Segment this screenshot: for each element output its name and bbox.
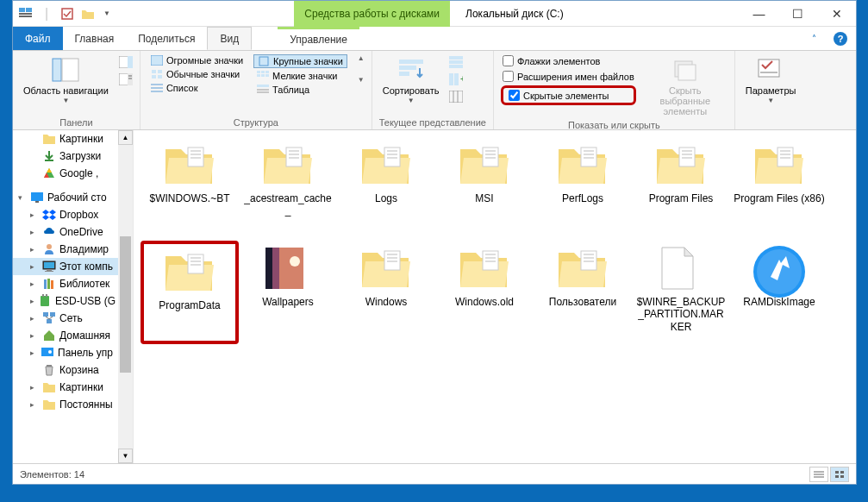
options-button[interactable]: Параметры ▼: [742, 54, 800, 107]
folder-item[interactable]: Windows: [337, 241, 435, 344]
expand-icon[interactable]: ▸: [30, 348, 37, 357]
tree-item-this-pc[interactable]: ▸Этот компь: [13, 258, 118, 275]
ribbon-collapse-button[interactable]: ˄: [803, 27, 825, 50]
layout-scroll-up-icon[interactable]: ▲: [358, 54, 365, 62]
layout-scroll-down-icon[interactable]: ▼: [358, 76, 365, 84]
navigation-pane-button[interactable]: Область навигации ▼: [20, 54, 112, 107]
hidden-items-toggle[interactable]: Скрытые элементы: [507, 89, 630, 102]
scroll-thumb[interactable]: [120, 236, 131, 373]
expand-icon[interactable]: ▸: [30, 262, 39, 271]
close-button[interactable]: ✕: [817, 1, 856, 27]
folder-icon: [653, 244, 709, 292]
folder-item[interactable]: Пользователи: [534, 241, 632, 344]
scroll-down-icon[interactable]: ▼: [118, 449, 133, 463]
folder-item[interactable]: _acestream_cache_: [239, 137, 337, 241]
expand-icon[interactable]: ▸: [30, 228, 39, 236]
sort-button[interactable]: Сортировать ▼: [379, 54, 443, 107]
hide-selected-button[interactable]: Скрыть выбранные элементы: [643, 54, 727, 118]
details-pane-icon[interactable]: [119, 73, 133, 85]
tab-manage[interactable]: Управление: [278, 27, 359, 50]
tree-item-pictures2[interactable]: ▸Картинки: [13, 379, 118, 396]
tab-home[interactable]: Главная: [63, 27, 127, 50]
tree-item-libraries[interactable]: ▸Библиотек: [13, 275, 118, 292]
tree-item-control-panel[interactable]: ▸Панель упр: [13, 344, 118, 361]
folder-item[interactable]: Wallpapers: [239, 241, 337, 344]
expand-icon[interactable]: ▸: [30, 400, 39, 409]
svg-rect-66: [47, 319, 52, 323]
system-icon[interactable]: [18, 6, 34, 22]
large-icons-button[interactable]: Крупные значки: [253, 54, 347, 68]
ribbon-group-panes: Область навигации ▼ Панели: [13, 51, 141, 129]
folder-label: Windows.old: [455, 296, 514, 308]
expand-icon[interactable]: ▸: [30, 383, 39, 392]
svg-rect-88: [581, 147, 596, 166]
tab-view[interactable]: Вид: [207, 27, 252, 50]
tree-item-onedrive[interactable]: ▸OneDrive: [13, 223, 118, 241]
folder-item[interactable]: Program Files (x86): [730, 137, 828, 241]
expand-icon[interactable]: ▸: [30, 210, 39, 219]
folder-item[interactable]: Logs: [337, 137, 435, 241]
size-columns-icon[interactable]: [449, 91, 463, 103]
properties-icon[interactable]: [59, 6, 75, 22]
folder-item[interactable]: MSI: [435, 137, 534, 241]
tree-item-homegroup[interactable]: ▸Домашняя: [13, 327, 118, 344]
svg-rect-63: [46, 294, 47, 297]
svg-rect-40: [449, 91, 463, 103]
folder-label: PerfLogs: [562, 192, 603, 204]
scroll-up-icon[interactable]: ▲: [118, 130, 133, 145]
sidebar-scrollbar[interactable]: ▲ ▼: [118, 130, 133, 463]
details-button[interactable]: Таблица: [253, 84, 347, 96]
add-columns-icon[interactable]: +: [449, 73, 463, 85]
tree-item-recycle[interactable]: Корзина: [13, 361, 118, 379]
folder-item[interactable]: ProgramData: [141, 241, 239, 344]
svg-rect-22: [257, 71, 260, 73]
icons-view-button[interactable]: [830, 467, 849, 482]
folder-item[interactable]: RAMDiskImage: [730, 241, 828, 344]
tree-item-downloads[interactable]: Загрузки: [13, 147, 118, 165]
group-by-icon[interactable]: [449, 56, 463, 68]
tree-item-esd[interactable]: ▸ESD-USB (G: [13, 292, 118, 310]
expand-icon[interactable]: ▸: [30, 297, 34, 305]
details-view-button[interactable]: [809, 467, 828, 482]
huge-icons-button[interactable]: Огромные значки: [147, 54, 247, 66]
folder-item[interactable]: PerfLogs: [534, 137, 632, 241]
preview-pane-icon[interactable]: [119, 56, 133, 68]
item-checkboxes-toggle[interactable]: Флажки элементов: [501, 54, 636, 67]
minimize-button[interactable]: —: [740, 1, 778, 27]
folder-label: Program Files: [649, 192, 714, 204]
svg-rect-8: [128, 56, 133, 68]
tree-item-user[interactable]: ▸Владимир: [13, 241, 118, 258]
expand-icon[interactable]: ▸: [30, 279, 39, 288]
expand-icon[interactable]: ▸: [30, 245, 39, 254]
expand-icon[interactable]: ▸: [30, 331, 39, 340]
list-button[interactable]: Список: [147, 82, 247, 94]
tree-item-google[interactable]: Google ,: [13, 165, 118, 182]
folder-item[interactable]: $WINDOWS.~BT: [141, 137, 239, 241]
folder-icon: [359, 244, 414, 292]
tree-item-permanent[interactable]: ▸Постоянны: [13, 396, 118, 413]
new-folder-icon[interactable]: [80, 6, 96, 22]
file-extensions-toggle[interactable]: Расширения имен файлов: [501, 70, 636, 83]
maximize-button[interactable]: ☐: [778, 1, 817, 27]
tree-item-pictures[interactable]: Картинки: [13, 130, 118, 147]
qat-dropdown-icon[interactable]: ▼: [101, 9, 113, 17]
folder-content[interactable]: $WINDOWS.~BT_acestream_cache_LogsMSIPerf…: [134, 130, 856, 463]
tab-share[interactable]: Поделиться: [126, 27, 207, 50]
svg-rect-52: [35, 201, 39, 203]
navigation-tree[interactable]: Картинки Загрузки Google , ▾Рабочий сто …: [13, 130, 134, 463]
folder-item[interactable]: $WINRE_BACKUP_PARTITION.MARKER: [632, 241, 730, 344]
help-button[interactable]: ?: [825, 27, 856, 50]
tree-item-dropbox[interactable]: ▸Dropbox: [13, 206, 118, 223]
expand-icon[interactable]: ▸: [30, 314, 39, 323]
tab-file[interactable]: Файл: [13, 27, 63, 50]
folder-item[interactable]: Windows.old: [435, 241, 534, 344]
small-icons-button[interactable]: Мелкие значки: [253, 70, 347, 82]
folder-icon: [260, 141, 315, 189]
folder-item[interactable]: Program Files: [632, 137, 730, 241]
svg-rect-51: [31, 192, 43, 201]
normal-icons-button[interactable]: Обычные значки: [147, 68, 247, 80]
svg-rect-33: [399, 72, 409, 76]
collapse-icon[interactable]: ▾: [18, 193, 27, 202]
tree-item-network[interactable]: ▸Сеть: [13, 310, 118, 327]
tree-item-desktop[interactable]: ▾Рабочий сто: [13, 189, 118, 206]
